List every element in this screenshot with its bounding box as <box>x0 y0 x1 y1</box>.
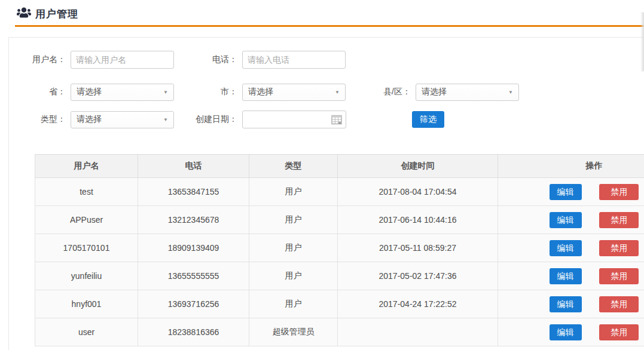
chevron-down-icon: ▼ <box>508 90 513 95</box>
disable-button[interactable]: 禁用 <box>599 212 639 228</box>
cell-phone: 13655555555 <box>138 262 249 290</box>
city-select-value: 请选择 <box>243 87 273 97</box>
county-label: 县/区： <box>377 87 411 97</box>
content-panel: 用户名： 电话： 省： 请选择 ▼ 市： 请选择 ▼ 县/区： 请选择 ▼ 类型… <box>8 37 644 350</box>
cell-phone: 18238816366 <box>138 318 249 346</box>
cell-phone: 13653847155 <box>138 178 249 206</box>
cell-phone: 13693716256 <box>138 290 249 318</box>
type-select[interactable]: 请选择 ▼ <box>71 111 174 128</box>
edit-button[interactable]: 编辑 <box>550 240 582 256</box>
page-title: 用户管理 <box>35 7 78 21</box>
username-field-group: 用户名： <box>24 51 174 69</box>
column-header-phone: 电话 <box>138 155 249 178</box>
filter-button[interactable]: 筛选 <box>412 111 444 128</box>
table-row: APPuser 13212345678 用户 2017-06-14 10:44:… <box>35 206 644 234</box>
cell-created: 2017-08-04 17:04:54 <box>338 178 498 206</box>
calendar-icon[interactable] <box>331 115 342 127</box>
cell-type: 用户 <box>249 178 338 206</box>
column-header-actions: 操作 <box>498 155 644 178</box>
cell-created: 2017-05-02 17:47:36 <box>338 262 498 290</box>
username-input[interactable] <box>71 51 174 69</box>
column-header-username: 用户名 <box>35 155 138 178</box>
province-field-group: 省： 请选择 ▼ <box>24 83 174 101</box>
users-table: 用户名 电话 类型 创建时间 操作 test 13653847155 用户 20… <box>35 154 644 346</box>
table-row: 1705170101 18909139409 用户 2017-05-11 08:… <box>35 234 644 262</box>
cell-actions: 编辑 禁用 <box>498 318 644 346</box>
county-field-group: 县/区： 请选择 ▼ <box>377 83 519 101</box>
county-select-value: 请选择 <box>416 87 447 97</box>
cell-actions: 编辑 禁用 <box>498 262 644 290</box>
county-select[interactable]: 请选择 ▼ <box>416 84 519 101</box>
users-icon <box>17 7 35 21</box>
city-field-group: 市： 请选择 ▼ <box>209 83 346 101</box>
create-date-input[interactable] <box>242 110 346 128</box>
edit-button[interactable]: 编辑 <box>550 184 582 200</box>
cell-created: 2017-06-14 10:44:16 <box>338 206 498 234</box>
cell-actions: 编辑 禁用 <box>498 290 644 318</box>
province-label: 省： <box>24 87 66 97</box>
cell-type: 用户 <box>249 206 338 234</box>
table-row: yunfeiliu 13655555555 用户 2017-05-02 17:4… <box>35 262 644 290</box>
chevron-down-icon: ▼ <box>335 90 340 95</box>
disable-button[interactable]: 禁用 <box>599 184 639 200</box>
cell-type: 用户 <box>249 234 338 262</box>
cell-type: 用户 <box>249 262 338 290</box>
city-select[interactable]: 请选择 ▼ <box>242 84 346 101</box>
chevron-down-icon: ▼ <box>163 90 168 95</box>
cell-username: APPuser <box>35 206 138 234</box>
table-row: test 13653847155 用户 2017-08-04 17:04:54 … <box>35 178 644 206</box>
table-row: user 18238816366 超级管理员 编辑 禁用 <box>35 318 644 346</box>
cell-created: 2017-04-24 17:22:52 <box>338 290 498 318</box>
province-select-value: 请选择 <box>71 87 102 97</box>
header-accent-rule <box>15 25 644 27</box>
phone-input[interactable] <box>242 51 346 69</box>
cell-phone: 18909139409 <box>138 234 249 262</box>
cell-actions: 编辑 禁用 <box>498 206 644 234</box>
edit-button[interactable]: 编辑 <box>550 296 582 312</box>
username-label: 用户名： <box>24 54 66 65</box>
cell-username: test <box>35 178 138 206</box>
create-date-label: 创建日期： <box>192 114 237 125</box>
cell-actions: 编辑 禁用 <box>498 178 644 206</box>
table-header-row: 用户名 电话 类型 创建时间 操作 <box>35 155 644 178</box>
cell-username: 1705170101 <box>35 234 138 262</box>
province-select[interactable]: 请选择 ▼ <box>71 84 174 101</box>
edit-button[interactable]: 编辑 <box>550 268 582 284</box>
disable-button[interactable]: 禁用 <box>599 296 639 312</box>
create-date-field-group: 创建日期： <box>192 110 346 128</box>
cell-username: yunfeiliu <box>35 262 138 290</box>
table-row: hnyf001 13693716256 用户 2017-04-24 17:22:… <box>35 290 644 318</box>
disable-button[interactable]: 禁用 <box>599 240 639 256</box>
column-header-type: 类型 <box>249 155 338 178</box>
phone-label: 电话： <box>209 54 237 65</box>
edit-button[interactable]: 编辑 <box>550 324 582 340</box>
type-label: 类型： <box>24 114 66 125</box>
disable-button[interactable]: 禁用 <box>599 324 639 340</box>
cell-type: 超级管理员 <box>249 318 338 346</box>
phone-field-group: 电话： <box>209 51 346 69</box>
cell-phone: 13212345678 <box>138 206 249 234</box>
cell-type: 用户 <box>249 290 338 318</box>
city-label: 市： <box>209 87 237 97</box>
type-field-group: 类型： 请选择 ▼ <box>24 110 174 128</box>
chevron-down-icon: ▼ <box>163 117 168 122</box>
page-header: 用户管理 <box>0 0 644 27</box>
column-header-created: 创建时间 <box>338 155 498 178</box>
disable-button[interactable]: 禁用 <box>599 268 639 284</box>
cell-actions: 编辑 禁用 <box>498 234 644 262</box>
cell-username: hnyf001 <box>35 290 138 318</box>
type-select-value: 请选择 <box>71 114 102 125</box>
cell-created <box>338 318 498 346</box>
edit-button[interactable]: 编辑 <box>550 212 582 228</box>
scrollbar-thumb[interactable] <box>640 12 644 72</box>
cell-username: user <box>35 318 138 346</box>
cell-created: 2017-05-11 08:59:27 <box>338 234 498 262</box>
